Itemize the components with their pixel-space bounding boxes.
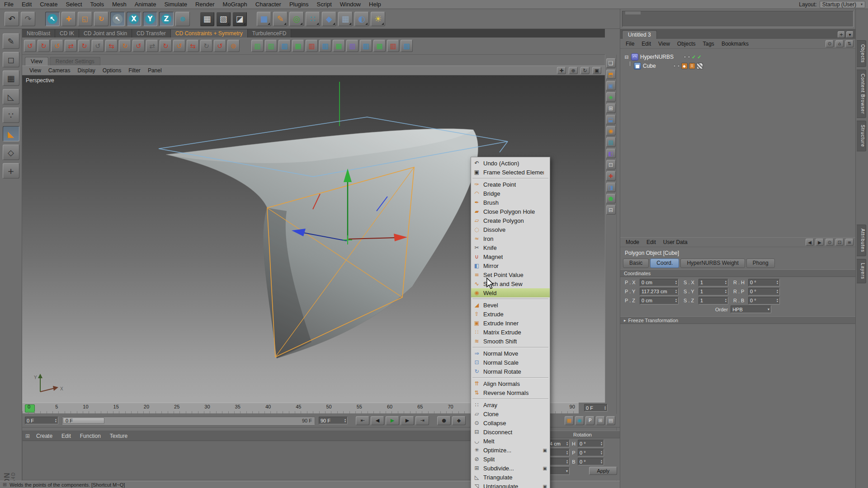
size-field[interactable] [548, 449, 570, 456]
om-menu-item[interactable]: Objects [674, 41, 699, 47]
strip-icon[interactable]: ⬒ [606, 70, 616, 79]
plugin-icon[interactable]: ⇆ [105, 40, 118, 52]
stepper-icon[interactable] [566, 450, 568, 455]
menu-item[interactable]: Script [313, 0, 336, 8]
attribute-tab[interactable]: Basic [623, 258, 649, 268]
plugin-icon[interactable]: ↺ [214, 40, 226, 52]
visibility-dot-icon[interactable] [688, 56, 690, 58]
points-mode-icon[interactable]: ∵ [3, 108, 19, 123]
rotate-tool[interactable]: ↻ [94, 12, 108, 26]
render-view-button[interactable]: ▦ [200, 12, 214, 26]
context-menu-item[interactable]: ∿ Stitch and Sew [471, 279, 550, 288]
plugin-icon[interactable]: ▦ [292, 40, 304, 52]
tab-render-settings[interactable]: Render Settings [50, 57, 100, 66]
plugin-icon[interactable]: ▦ [373, 40, 386, 52]
keyframe-button[interactable]: ◆ [452, 416, 466, 425]
plugin-icon[interactable]: ⇆ [187, 40, 199, 52]
context-menu-item[interactable]: ∷ Matrix Extrude [471, 328, 550, 337]
model-mode-icon[interactable]: ◻ [3, 52, 19, 67]
range-grip[interactable]: 0 F [63, 418, 104, 424]
om-menu-item[interactable]: File [622, 41, 638, 47]
home-icon[interactable]: ⌂ [835, 40, 844, 47]
render-region-button[interactable]: ▧ [216, 12, 231, 26]
om-menu-item[interactable]: Tags [699, 41, 718, 47]
add-spline-button[interactable]: ✎ [273, 12, 288, 26]
plugin-icon[interactable]: ▥ [401, 40, 413, 52]
key-parameter-toggle[interactable]: P [585, 416, 594, 425]
size-field[interactable]: 4 cm [548, 440, 570, 447]
pan-view-icon[interactable]: ✚ [557, 67, 566, 74]
range-slider[interactable]: 0 F 90 F [62, 417, 315, 425]
menu-item[interactable]: Window [336, 0, 365, 8]
record-button[interactable]: ● [437, 416, 451, 425]
bottom-menu-item[interactable]: Create [32, 433, 57, 439]
context-menu-item[interactable]: ∷ Array [471, 400, 550, 409]
context-menu-item[interactable]: ◹ Untriangulate ▣ [471, 482, 550, 488]
units-dropdown[interactable]: ▾ [548, 467, 570, 475]
plugin-tab[interactable]: TurbulenceFD [248, 29, 292, 38]
am-menu-item[interactable]: User Data [660, 239, 691, 245]
add-light-button[interactable]: ☀ [371, 12, 385, 26]
texture-mode-icon[interactable]: ▦ [3, 70, 19, 86]
add-cube-button[interactable]: ■ [257, 12, 271, 26]
panel-tab[interactable]: Structure [857, 121, 866, 151]
am-menu-item[interactable]: Mode [622, 239, 643, 245]
plugin-icon[interactable]: ▥ [265, 40, 277, 52]
context-menu-item[interactable]: ⇈ Align Normals [471, 379, 550, 388]
menu-item[interactable]: Render [191, 0, 219, 8]
panel-tab[interactable]: Layers [857, 259, 866, 283]
object-row-hypernurbs[interactable]: ⊟ ◠ HyperNURBS ✓ ✓ [620, 52, 855, 61]
plugin-icon[interactable]: ▥ [278, 40, 291, 52]
bottom-menu-item[interactable]: Texture [105, 433, 132, 439]
rotate-view-icon[interactable]: ↻ [580, 67, 590, 74]
plugin-tab[interactable]: CD Joint and Skin [79, 29, 132, 38]
texture-tag-icon[interactable] [697, 63, 703, 69]
add-deformer-button[interactable]: ◆ [322, 12, 336, 26]
expander-icon[interactable]: ⊟ [624, 54, 629, 60]
stepper-icon[interactable] [777, 298, 778, 303]
context-menu-item[interactable]: ✒ Brush [471, 198, 550, 207]
coord-system-toggle[interactable]: ⊕ [175, 12, 190, 26]
attribute-tab[interactable]: HyperNURBS Weight [680, 258, 745, 268]
polygons-mode-icon[interactable]: ◣ [3, 126, 19, 141]
plugin-tab[interactable]: CD IK [55, 29, 79, 38]
context-menu-item[interactable]: ↻ Normal Rotate [471, 367, 550, 376]
context-menu-item[interactable]: ✂ Knife [471, 243, 550, 252]
context-menu-item[interactable]: ▱ Clone [471, 409, 550, 418]
strip-icon[interactable]: ✚ [606, 171, 616, 181]
rotation-field[interactable]: 0 ° [748, 288, 780, 296]
plugin-icon[interactable]: ↻ [160, 40, 172, 52]
add-floor-button[interactable]: ▦ [338, 12, 353, 26]
menu-item[interactable]: Plugins [285, 0, 313, 8]
menu-icon[interactable]: ≡ [845, 239, 854, 246]
viewport-menu-item[interactable]: Panel [144, 67, 165, 74]
scale-tool[interactable]: ◱ [78, 12, 92, 26]
strip-icon[interactable]: ◉ [606, 126, 616, 136]
menu-item[interactable]: Animate [131, 0, 160, 8]
next-frame-button[interactable]: ▶ [401, 416, 414, 425]
last-used-tool[interactable]: ↖ [110, 12, 125, 26]
play-button[interactable]: ▶ [386, 416, 399, 425]
strip-icon[interactable]: ❏ [606, 58, 616, 68]
panel-tab[interactable]: Attributes [857, 225, 866, 256]
search-icon[interactable]: ⊙ [826, 40, 834, 47]
live-selection-tool[interactable]: ↖ [45, 12, 60, 26]
menu-item[interactable]: Select [61, 0, 86, 8]
plugin-icon[interactable]: ▦ [333, 40, 345, 52]
enabled-check-icon[interactable]: ✓ [697, 54, 701, 60]
context-menu-item[interactable]: ◌ Dissolve [471, 225, 550, 234]
lock-icon[interactable]: ⊡ [835, 239, 844, 246]
plugin-icon[interactable]: ↺ [24, 40, 36, 52]
position-field[interactable]: 0 cm [640, 297, 679, 305]
context-menu-item[interactable]: ⊡ Normal Scale [471, 358, 550, 367]
key-scale-toggle[interactable]: ◉ [575, 416, 584, 425]
key-filter-toggle[interactable]: ▤ [606, 416, 615, 425]
scale-field[interactable]: 1 [698, 288, 728, 296]
context-menu-item[interactable]: ◉ Weld [471, 288, 550, 297]
strip-icon[interactable]: ⊡ [606, 160, 616, 169]
stepper-icon[interactable] [344, 418, 346, 423]
options-icon[interactable]: ▣ [543, 484, 547, 488]
context-menu-item[interactable]: ▱ Create Polygon [471, 216, 550, 225]
context-menu-item[interactable]: ⇧ Extrude [471, 310, 550, 319]
context-menu-item[interactable]: ⊞ Subdivide... ▣ [471, 464, 550, 473]
